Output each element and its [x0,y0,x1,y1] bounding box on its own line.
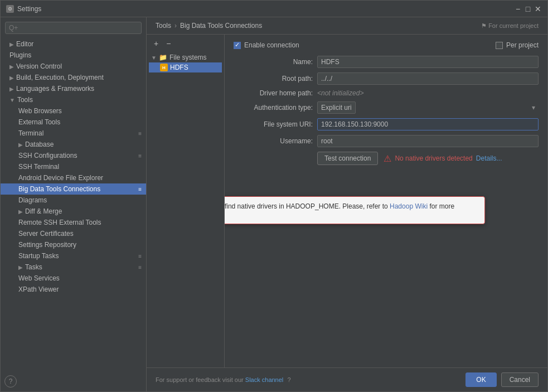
username-label: Username: [234,137,317,145]
close-button[interactable]: ✕ [534,5,542,13]
name-label: Name: [234,58,317,66]
badge: ≡ [138,130,142,137]
sidebar-label: Big Data Tools Connections [18,185,100,193]
root-path-input[interactable] [317,72,539,85]
expand-arrow: ▶ [18,209,23,215]
breadcrumb-separator: › [174,22,177,30]
sidebar-item-diff-merge[interactable]: ▶ Diff & Merge [1,206,146,217]
sidebar-item-startup-tasks[interactable]: Startup Tasks ≡ [1,250,146,262]
driver-home-value: <not initialized> [317,89,539,97]
expand-arrow: ▶ [18,142,23,148]
error-tooltip: ⚠ Unable to find native drivers in HADOO… [225,196,485,224]
sidebar-label: Tools [17,96,33,104]
sidebar-label: Remote SSH External Tools [18,219,101,226]
sidebar-label: Diagrams [18,196,47,204]
sidebar-item-database[interactable]: ▶ Database [1,139,146,150]
sidebar-item-settings-repository[interactable]: Settings Repository [1,239,146,250]
footer-support: For support or feedback visit our Slack … [156,376,291,383]
sidebar-item-web-services[interactable]: Web Services [1,273,146,284]
breadcrumb-note: ⚑ For current project [481,22,539,30]
help-area: ? [4,375,17,388]
file-system-uri-label: File system URI: [234,120,317,128]
name-input[interactable] [317,56,539,68]
sidebar-item-plugins[interactable]: Plugins [1,50,146,61]
badge: ≡ [138,186,142,192]
main-panel: Tools › Big Data Tools Connections ⚑ For… [147,17,547,391]
details-link[interactable]: Details... [476,154,502,162]
test-connection-button[interactable]: Test connection [317,152,378,165]
sidebar-label: XPath Viewer [18,285,59,293]
panel-body: + − ▼ 📁 File systems H HDFS [147,35,547,367]
sidebar-item-build-execution[interactable]: ▶ Build, Execution, Deployment [1,72,146,83]
search-input[interactable] [5,22,142,34]
sidebar-label: Server Certificates [18,230,74,238]
sidebar-item-xpath-viewer[interactable]: XPath Viewer [1,284,146,295]
username-input[interactable] [317,135,539,147]
hadoop-wiki-link[interactable]: Hadoop Wiki [390,202,428,210]
sidebar-item-server-certificates[interactable]: Server Certificates [1,228,146,239]
tree-folder-filesystems[interactable]: ▼ 📁 File systems [149,52,222,62]
sidebar-label: External Tools [18,118,60,126]
sidebar-item-tools[interactable]: ▼ Tools [1,94,146,105]
ok-button[interactable]: OK [465,372,496,387]
action-row: Test connection ⚠ No native drivers dete… [234,152,539,165]
auth-type-row: Authentication type: Explicit uri Simple… [234,101,539,114]
settings-window: ⚙ Settings − □ ✕ ▶ Editor Plugins [0,0,548,392]
expand-arrow: ▶ [18,264,23,270]
file-system-uri-input[interactable] [317,118,539,130]
sidebar-item-external-tools[interactable]: External Tools [1,117,146,128]
support-text: For support or feedback visit our [156,376,244,383]
error-message-prefix: Unable to find native drivers in HADOOP_… [225,202,388,210]
maximize-button[interactable]: □ [524,5,532,13]
sidebar-item-ssh-terminal[interactable]: SSH Terminal [1,161,146,172]
driver-home-row: Driver home path: <not initialized> [234,89,539,97]
minimize-button[interactable]: − [514,5,522,13]
sidebar-item-ssh-configurations[interactable]: SSH Configurations ≡ [1,150,146,161]
expand-arrow: ▶ [9,86,14,92]
sidebar-item-languages-frameworks[interactable]: ▶ Languages & Frameworks [1,83,146,94]
sidebar-item-editor[interactable]: ▶ Editor [1,38,146,50]
sidebar-item-remote-ssh[interactable]: Remote SSH External Tools [1,217,146,228]
sidebar-label: Languages & Frameworks [16,85,94,93]
tree-panel: + − ▼ 📁 File systems H HDFS [147,35,225,367]
sidebar-item-android-device[interactable]: Android Device File Explorer [1,172,146,183]
auth-type-select[interactable]: Explicit uri Simple Kerberos [317,101,356,114]
add-connection-button[interactable]: + [151,38,161,49]
sidebar-item-tasks[interactable]: ▶ Tasks ≡ [1,262,146,273]
sidebar-item-big-data-tools[interactable]: Big Data Tools Connections ≡ [1,183,146,195]
remove-connection-button[interactable]: − [163,38,173,49]
auth-type-select-wrapper: Explicit uri Simple Kerberos [317,101,539,114]
sidebar-label: Android Device File Explorer [18,174,103,182]
sidebar-item-terminal[interactable]: Terminal ≡ [1,128,146,139]
badge: ≡ [138,264,142,270]
footer: For support or feedback visit our Slack … [147,367,547,391]
help-button[interactable]: ? [4,375,17,388]
error-icon: ⚠ [384,153,391,164]
title-bar-left: ⚙ Settings [6,5,41,13]
badge: ≡ [138,253,142,259]
window-controls[interactable]: − □ ✕ [514,5,542,13]
config-panel: Enable connection Per project Name: [225,35,547,367]
cancel-button[interactable]: Cancel [501,372,539,387]
per-project-label: Per project [496,41,539,49]
slack-channel-link[interactable]: Slack channel [245,376,284,383]
tree-item-hdfs[interactable]: H HDFS [149,62,222,72]
sidebar-item-diagrams[interactable]: Diagrams [1,195,146,206]
enable-connection-label[interactable]: Enable connection [234,41,299,49]
root-path-row: Root path: [234,72,539,85]
per-project-checkbox[interactable] [496,42,503,49]
settings-icon: ⚙ [6,5,14,13]
enable-connection-checkbox[interactable] [234,42,241,49]
sidebar-item-web-browsers[interactable]: Web Browsers [1,105,146,117]
sidebar-label: Settings Repository [18,241,76,249]
sidebar-item-version-control[interactable]: ▶ Version Control [1,61,146,72]
file-system-uri-row: File system URI: [234,118,539,130]
sidebar-label: Tasks [25,263,42,271]
folder-expand-arrow: ▼ [151,55,157,61]
footer-question-icon: ? [287,376,290,383]
title-bar: ⚙ Settings − □ ✕ [1,1,547,17]
sidebar-label: Terminal [18,129,43,137]
breadcrumb: Tools › Big Data Tools Connections ⚑ For… [147,17,547,35]
window-title: Settings [17,5,41,13]
sidebar-label: Plugins [9,51,31,59]
